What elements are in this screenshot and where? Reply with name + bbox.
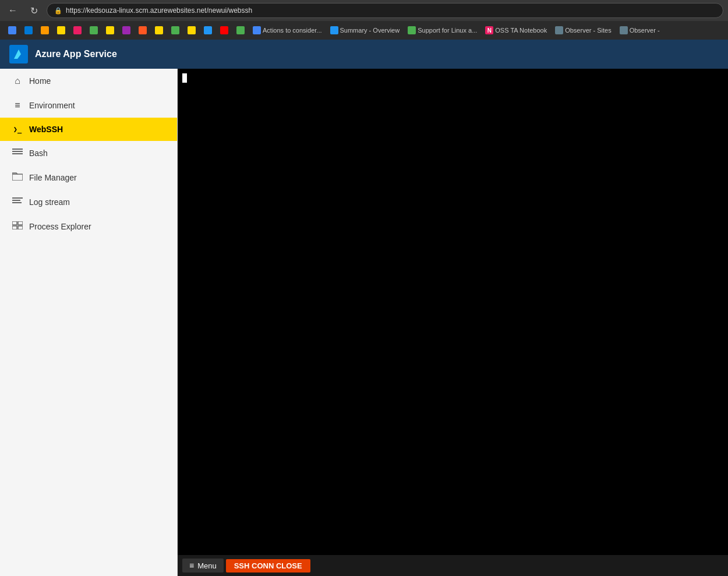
app-header: Azure App Service <box>0 40 728 69</box>
menu-icon: ≡ <box>189 561 194 570</box>
svg-rect-12 <box>12 226 17 229</box>
sidebar-label-webssh: WebSSH <box>29 125 63 134</box>
environment-icon <box>12 100 23 111</box>
bookmark-item[interactable] <box>54 25 69 36</box>
svg-rect-11 <box>18 221 23 225</box>
bookmark-icon <box>253 26 261 34</box>
bookmark-label: Summary - Overview <box>340 27 400 34</box>
browser-chrome: ← ↻ 🔒 https://kedsouza-linux.scm.azurewe… <box>0 0 728 40</box>
bookmark-item[interactable] <box>37 25 52 36</box>
sidebar-item-filemanager[interactable]: File Manager <box>0 165 177 190</box>
sidebar-label-filemanager: File Manager <box>29 173 77 182</box>
bookmark-observer-sites[interactable]: Observer - Sites <box>552 25 614 36</box>
svg-rect-4 <box>12 151 23 152</box>
bookmark-icon <box>122 26 130 34</box>
bottom-bar: ≡ Menu SSH CONN CLOSE <box>178 555 728 576</box>
sidebar-label-processexplorer: Process Explorer <box>29 222 91 231</box>
svg-rect-3 <box>12 149 23 150</box>
bash-icon <box>12 148 23 158</box>
processexplorer-icon <box>12 221 23 232</box>
lock-icon: 🔒 <box>54 7 62 15</box>
svg-rect-13 <box>18 226 23 229</box>
bookmark-item[interactable] <box>21 25 36 36</box>
bookmark-icons-group <box>5 25 20 36</box>
bookmark-oss-ta[interactable]: N OSS TA Notebook <box>482 25 550 36</box>
bookmark-item[interactable] <box>168 25 183 36</box>
app-body: Home Environment ❯_ WebSSH <box>0 69 728 576</box>
bookmark-icon <box>555 26 563 34</box>
bookmark-item[interactable] <box>184 25 199 36</box>
bookmark-icon <box>236 26 245 34</box>
reload-button[interactable]: ↻ <box>26 2 42 19</box>
bookmark-item[interactable] <box>151 25 167 36</box>
bookmark-icon <box>220 26 228 34</box>
sidebar-item-home[interactable]: Home <box>0 69 177 93</box>
bookmark-icon: N <box>485 26 493 34</box>
back-button[interactable]: ← <box>5 2 21 19</box>
bookmark-actions-to-consider[interactable]: Actions to consider... <box>249 25 326 36</box>
bookmark-item[interactable] <box>103 25 118 36</box>
ssh-close-button[interactable]: SSH CONN CLOSE <box>226 559 310 573</box>
bookmark-item[interactable] <box>70 25 85 36</box>
svg-rect-5 <box>12 153 23 154</box>
ssh-close-label: SSH CONN CLOSE <box>234 561 302 570</box>
bookmark-item[interactable] <box>119 25 134 36</box>
sidebar: Home Environment ❯_ WebSSH <box>0 69 178 576</box>
browser-toolbar: ← ↻ 🔒 https://kedsouza-linux.scm.azurewe… <box>0 0 728 21</box>
menu-label: Menu <box>197 561 217 570</box>
sidebar-item-processexplorer[interactable]: Process Explorer <box>0 214 177 239</box>
bookmark-icon <box>408 26 416 34</box>
logstream-icon <box>12 197 23 207</box>
bookmark-icon <box>24 26 33 34</box>
bookmark-item[interactable] <box>200 25 215 36</box>
bookmark-icon <box>204 26 212 34</box>
bookmark-icon <box>330 26 338 34</box>
sidebar-item-logstream[interactable]: Log stream <box>0 190 177 214</box>
bookmark-icon <box>73 26 82 34</box>
bookmark-icon[interactable] <box>8 26 16 34</box>
home-icon <box>12 76 23 86</box>
sidebar-label-bash: Bash <box>29 149 48 158</box>
terminal-cursor <box>182 73 187 83</box>
svg-rect-9 <box>12 202 22 203</box>
bookmark-item[interactable] <box>135 25 150 36</box>
filemanager-icon <box>12 172 23 183</box>
sidebar-label-logstream: Log stream <box>29 197 70 207</box>
bookmark-label: Observer - <box>630 27 660 34</box>
app-container: Azure App Service Home Environment ❯_ We… <box>0 40 728 576</box>
sidebar-item-bash[interactable]: Bash <box>0 141 177 165</box>
app-title: Azure App Service <box>35 49 117 59</box>
terminal-icon: ❯_ <box>12 125 23 133</box>
svg-rect-7 <box>12 197 23 199</box>
bookmark-icon <box>57 26 65 34</box>
address-bar[interactable]: 🔒 https://kedsouza-linux.scm.azurewebsit… <box>47 3 723 18</box>
svg-rect-10 <box>12 221 17 225</box>
sidebar-label-home: Home <box>29 76 51 86</box>
menu-button[interactable]: ≡ Menu <box>182 559 224 573</box>
bookmark-icon <box>171 26 179 34</box>
bookmark-label: Observer - Sites <box>565 27 611 34</box>
bookmark-label: Support for Linux a... <box>418 27 477 34</box>
bookmarks-bar: Actions to consider... Summary - Overvie… <box>0 21 728 40</box>
url-text: https://kedsouza-linux.scm.azurewebsites… <box>66 6 252 15</box>
bookmark-label: Actions to consider... <box>263 27 322 34</box>
bookmark-icon <box>41 26 49 34</box>
bookmark-icon <box>139 26 147 34</box>
bookmark-icon <box>188 26 196 34</box>
sidebar-item-environment[interactable]: Environment <box>0 93 177 118</box>
sidebar-item-webssh[interactable]: ❯_ WebSSH <box>0 118 177 141</box>
bookmark-observer[interactable]: Observer - <box>616 25 663 36</box>
bookmark-icon <box>620 26 628 34</box>
terminal-area[interactable] <box>178 69 728 555</box>
bookmark-item[interactable] <box>217 25 232 36</box>
bookmark-support-linux[interactable]: Support for Linux a... <box>404 25 480 36</box>
bookmark-icon <box>90 26 98 34</box>
bookmark-summary-overview[interactable]: Summary - Overview <box>327 25 404 36</box>
svg-rect-6 <box>12 174 23 181</box>
svg-rect-8 <box>12 200 20 201</box>
bookmark-item[interactable] <box>233 25 248 36</box>
main-content: ≡ Menu SSH CONN CLOSE <box>178 69 728 576</box>
bookmark-icon <box>155 26 163 34</box>
bookmark-item[interactable] <box>86 25 101 36</box>
sidebar-label-environment: Environment <box>29 101 75 110</box>
